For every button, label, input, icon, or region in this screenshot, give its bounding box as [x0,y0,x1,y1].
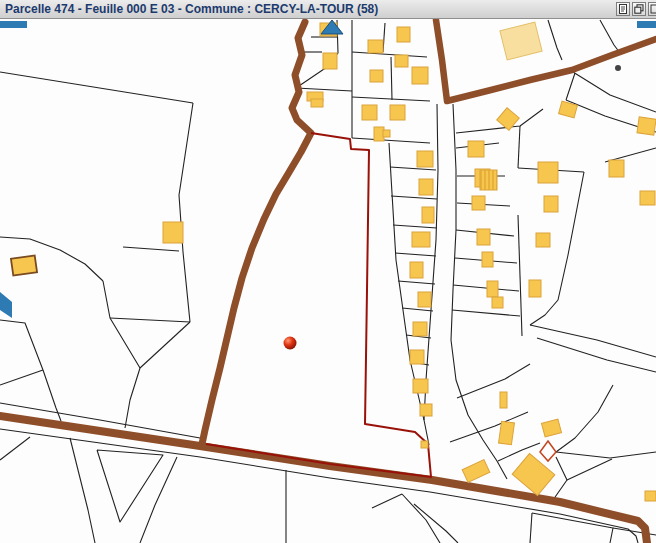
well-dot-symbol [615,65,621,71]
building [482,252,493,267]
building [536,233,550,247]
building [420,404,432,416]
building [637,117,656,135]
building [492,297,503,308]
building [417,151,433,167]
building [499,421,515,445]
building [468,141,484,157]
building [395,55,408,67]
building [412,232,430,247]
parcel-marker[interactable] [284,337,297,350]
partial-edge-icon [650,4,656,14]
building [370,70,383,82]
titlebar-buttons [616,2,656,16]
building [421,441,428,448]
restore-window-button[interactable] [632,2,646,16]
restore-window-icon [634,4,644,14]
building [390,105,405,120]
window-title: Parcelle 474 - Feuille 000 E 03 - Commun… [0,0,378,19]
building [410,262,423,278]
building [397,27,410,42]
cadastral-map[interactable] [0,0,656,543]
building [472,196,485,210]
building [323,53,337,69]
building [609,160,624,177]
building [640,191,655,205]
building [544,196,558,212]
building [368,40,383,53]
building [645,491,656,501]
building [163,222,183,243]
building [477,229,490,245]
building [422,207,434,223]
building [362,105,377,120]
building [412,67,428,84]
building [538,162,558,183]
print-icon [618,4,628,14]
building [487,281,498,297]
print-button[interactable] [616,2,630,16]
building [500,392,507,408]
building [11,255,37,275]
building [311,99,323,107]
window-title-bar: Parcelle 474 - Feuille 000 E 03 - Commun… [0,0,656,19]
building [480,170,497,190]
building [419,179,433,195]
blue-bar-left [0,21,27,28]
building [413,379,428,393]
building [383,130,390,137]
blue-bar-right [637,21,656,28]
building [418,292,431,307]
cadastre-viewer-window: Parcelle 474 - Feuille 000 E 03 - Commun… [0,0,656,543]
building [529,280,541,297]
building [410,350,424,364]
building [413,322,427,336]
partial-edge-button[interactable] [648,2,656,16]
